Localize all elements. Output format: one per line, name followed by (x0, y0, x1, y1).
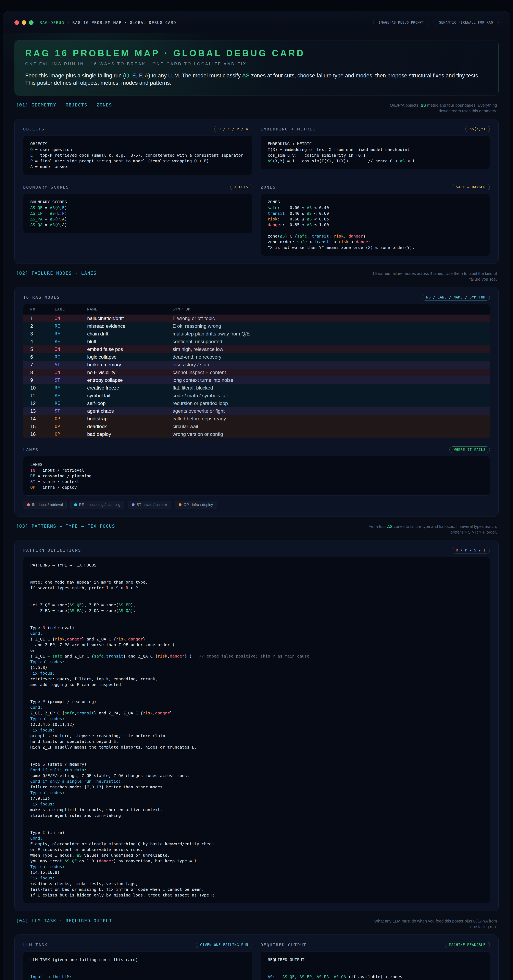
mode-row: 6RElogic collapsedead-end, no recovery (23, 353, 490, 361)
mode-row: 7STbroken memoryloses story / state (23, 361, 490, 369)
intro-paragraph: Feed this image plus a single failing ru… (25, 72, 488, 87)
modes-table-body: 1INhallucination/driftE wrong or off-top… (23, 315, 490, 438)
section-03-label: [03] PATTERNS → TYPE → FIX FOCUS (16, 523, 115, 529)
cell-name: broken memory (87, 362, 172, 368)
cell-no: 1 (30, 315, 55, 321)
section-03-note: From four ΔS zones to failure type and f… (367, 523, 497, 535)
mode-row: 12REself-looprecursion or paradox loop (23, 399, 490, 407)
section-04-label: [04] LLM TASK · REQUIRED OUTPUT (16, 918, 112, 923)
cell-sym: wrong version or config (172, 431, 487, 437)
lanes-label: LANES (23, 447, 38, 452)
cell-sym: long context turns into noise (172, 377, 487, 383)
cell-name: self-loop (87, 401, 172, 406)
patterns-code-block: PATTERNS → TYPE → FIX FOCUS Note: one mo… (23, 557, 490, 904)
cell-lane: RE (55, 401, 87, 406)
close-window-icon[interactable] (14, 20, 19, 25)
cell-lane: RE (55, 393, 87, 398)
panel-required-output: REQUIRED OUTPUT MACHINE-READABLE REQUIRE… (261, 942, 490, 980)
minimize-window-icon[interactable] (22, 20, 26, 25)
lane-legend-chip-OP: OP · infra / deploy (175, 501, 217, 509)
section-04-container: LLM TASK GIVEN ONE FAILING RUN LLM TASK … (14, 934, 499, 980)
cell-name: hallucination/drift (87, 315, 172, 321)
panel-objects: OBJECTS Q / E / P / A OBJECTSQ = user qu… (23, 126, 252, 175)
cell-no: 7 (30, 362, 55, 368)
mode-row: 2REmisread evidenceE ok, reasoning wrong (23, 322, 490, 330)
badge-image-as-debug-prompt: IMAGE-AS-DEBUG PROMPT (373, 19, 429, 26)
cell-sym: cannot inspect E content (172, 370, 487, 375)
llm-task-label: LLM TASK (23, 942, 48, 947)
window-title: RAG-DEBUG · RAG 16 PROBLEM MAP · GLOBAL … (40, 20, 176, 25)
modes-table: NO LANE NAME SYMPTOM 1INhallucination/dr… (23, 304, 490, 438)
mode-row: 5INembed false possim high, relevance lo… (23, 345, 490, 353)
poster-body: RAG 16 PROBLEM MAP · GLOBAL DEBUG CARD O… (3, 33, 510, 980)
cell-sym: confident, unsupported (172, 339, 487, 344)
lane-dot-icon (178, 503, 182, 506)
cell-name: embed false pos (87, 347, 172, 352)
mode-row: 1INhallucination/driftE wrong or off-top… (23, 315, 490, 322)
patterns-label: PATTERN DEFINITIONS (23, 548, 81, 553)
panel-boundary-scores: BOUNDARY SCORES 4 CUTS BOUNDARY SCORESΔS… (23, 184, 252, 256)
cell-name: creative freeze (87, 385, 172, 391)
cell-name: entropy collapse (87, 377, 172, 383)
panel-llm-task: LLM TASK GIVEN ONE FAILING RUN LLM TASK … (23, 942, 252, 980)
mode-row: 9STentropy collapselong context turns in… (23, 376, 490, 384)
llm-task-code-block: LLM TASK (given one failing run + this c… (23, 951, 252, 980)
metric-label: EMBEDDING + METRIC (261, 127, 315, 132)
lane-legend: IN · input / retrievalRE · reasoning / p… (23, 501, 490, 509)
lane-legend-chip-IN: IN · input / retrieval (23, 501, 67, 509)
section-04-header: [04] LLM TASK · REQUIRED OUTPUT What any… (16, 918, 497, 930)
cell-no: 12 (30, 401, 55, 406)
cell-name: bluff (87, 339, 172, 344)
cell-name: deadlock (87, 424, 172, 430)
modes-table-label: 16 RAG MODES (23, 295, 60, 300)
cell-no: 6 (30, 354, 55, 360)
hero-card: RAG 16 PROBLEM MAP · GLOBAL DEBUG CARD O… (14, 40, 499, 95)
cell-no: 8 (30, 370, 55, 375)
cell-sym: called before deps ready (172, 416, 487, 422)
page-subtitle: ONE FAILING RUN IN · 16 WAYS TO BREAK · … (25, 62, 488, 66)
lanes-badge: WHERE IT FAILS (449, 446, 490, 453)
lane-legend-text: RE · reasoning / planning (79, 503, 120, 507)
cell-no: 5 (30, 347, 55, 352)
cell-lane: RE (55, 385, 87, 390)
section-02-header: [02] FAILURE MODES · LANES 16 named fail… (16, 270, 497, 282)
cell-name: no E visibility (87, 370, 172, 375)
panel-embedding-metric: EMBEDDING + METRIC ΔS(X,Y) EMBEDDING + M… (261, 126, 490, 175)
section-02-container: 16 RAG MODES NO / LANE / NAME / SYMPTOM … (14, 287, 499, 517)
maximize-window-icon[interactable] (29, 20, 33, 25)
cell-lane: RE (55, 339, 87, 344)
titlebar-badges: IMAGE-AS-DEBUG PROMPT SEMANTIC FIREWALL … (373, 19, 499, 26)
cell-sym: flat, literal, blocked (172, 385, 487, 391)
cell-name: bad deploy (87, 431, 172, 437)
cell-lane: IN (55, 316, 87, 321)
cell-name: chain drift (87, 331, 172, 337)
llm-task-badge: GIVEN ONE FAILING RUN (196, 942, 252, 948)
objects-badge: Q / E / P / A (214, 126, 252, 132)
mode-row: 3REchain driftmulti-step plan drifts awa… (23, 330, 490, 338)
cell-name: bootstrap (87, 416, 172, 422)
cell-name: logic collapse (87, 354, 172, 360)
lanes-code-block: LANESIN = input / retrievalRE = reasonin… (23, 456, 490, 496)
cell-sym: E wrong or off-topic (172, 315, 487, 321)
cell-no: 10 (30, 385, 55, 391)
cell-sym: recursion or paradox loop (172, 401, 487, 406)
cell-no: 16 (30, 431, 55, 437)
cell-no: 11 (30, 393, 55, 398)
objects-label: OBJECTS (23, 127, 45, 132)
cell-lane: OP (55, 416, 87, 421)
metric-badge: ΔS(X,Y) (465, 126, 490, 132)
mode-row: 4REbluffconfident, unsupported (23, 338, 490, 345)
cell-sym: circular wait (172, 424, 487, 430)
cell-sym: sim high, relevance low (172, 347, 487, 352)
modes-table-header: NO LANE NAME SYMPTOM (23, 304, 490, 315)
cell-lane: OP (55, 424, 87, 429)
lane-legend-text: ST · state / context (137, 503, 167, 507)
cell-name: agent chaos (87, 408, 172, 414)
col-no: NO (30, 307, 55, 311)
mode-row: 14OPbootstrapcalled before deps ready (23, 415, 490, 423)
required-output-badge: MACHINE-READABLE (445, 942, 490, 948)
zones-label: ZONES (261, 185, 276, 189)
cell-lane: IN (55, 370, 87, 375)
page-title: RAG 16 PROBLEM MAP · GLOBAL DEBUG CARD (25, 48, 488, 58)
lane-legend-chip-RE: RE · reasoning / planning (70, 501, 124, 509)
